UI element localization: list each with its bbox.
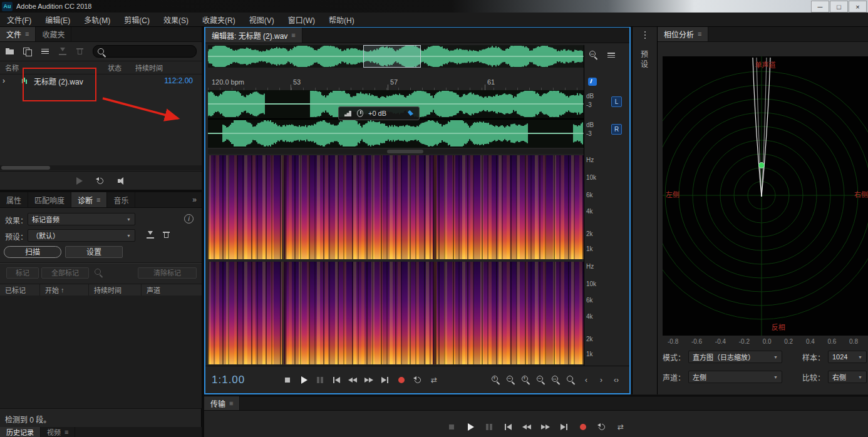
samples-select[interactable]: 1024 ▼	[828, 351, 867, 363]
tab-files[interactable]: 文件 ≡	[0, 26, 36, 41]
metronome-icon[interactable]	[588, 78, 597, 86]
save-preset-icon[interactable]	[145, 230, 155, 240]
column-name[interactable]: 名称	[0, 63, 108, 73]
menu-multitrack[interactable]: 多轨(M)	[77, 14, 117, 25]
search-markers-icon[interactable]	[94, 268, 104, 278]
column-status[interactable]: 状态	[108, 63, 135, 73]
files-scrollbar[interactable]	[0, 165, 202, 170]
export-icon[interactable]	[58, 46, 68, 56]
file-row[interactable]: › 无标题 (2).wav 112:2.00	[0, 75, 202, 87]
zoom-in-button[interactable]: +	[489, 373, 503, 387]
loop-button[interactable]	[595, 420, 609, 434]
panel-menu-icon[interactable]: ≡	[25, 30, 29, 38]
zoom-selection-button[interactable]: ↔	[549, 373, 563, 387]
column-duration[interactable]: 持续时间	[135, 63, 202, 73]
menu-window[interactable]: 窗口(W)	[281, 14, 322, 25]
spectrogram-left[interactable]	[208, 155, 584, 259]
zoom-sel-right-button[interactable]: ›	[594, 373, 608, 387]
fast-forward-button[interactable]	[362, 373, 376, 387]
timeline-ruler[interactable]: 120.0 bpm 53 57 61	[208, 76, 584, 91]
skip-to-start-button[interactable]	[329, 373, 343, 387]
zoom-out-time-button[interactable]: −	[534, 373, 548, 387]
tab-overflow-icon[interactable]: »	[187, 192, 202, 207]
effect-select[interactable]: 标记音频 ▼	[28, 213, 135, 225]
zoom-sel-edges-button[interactable]: ‹›	[609, 373, 623, 387]
gain-hud[interactable]: +0 dB	[338, 106, 420, 120]
phase-display[interactable]: 单声道 左侧 右侧 反相	[663, 56, 868, 336]
tab-transport[interactable]: 传输 ≡	[204, 396, 240, 410]
pin-icon[interactable]	[406, 108, 415, 118]
maximize-button[interactable]: □	[830, 1, 848, 13]
media-browser-icon[interactable]	[40, 46, 50, 56]
menu-effects[interactable]: 效果(S)	[157, 14, 195, 25]
pause-button[interactable]	[482, 420, 496, 434]
settings-button[interactable]: 设置	[65, 246, 123, 258]
tempo-readout[interactable]: 120.0 bpm	[212, 78, 244, 86]
right-channel-button[interactable]: R	[611, 124, 622, 135]
fast-forward-button[interactable]	[539, 420, 552, 434]
column-channel[interactable]: 声道	[142, 284, 202, 296]
skip-selection-button[interactable]: ⇄	[427, 373, 441, 387]
close-button[interactable]: ×	[849, 1, 867, 13]
open-file-icon[interactable]	[5, 46, 15, 56]
loop-preview-icon[interactable]	[95, 176, 105, 186]
preview-play-icon[interactable]	[74, 176, 84, 186]
compare-select[interactable]: 右侧 ▼	[828, 371, 867, 383]
record-button[interactable]	[395, 373, 408, 387]
stop-button[interactable]	[281, 373, 294, 387]
preset-select[interactable]: （默认） ▼	[28, 229, 135, 242]
tab-editor[interactable]: 编辑器: 无标题 (2).wav ≡	[205, 28, 302, 43]
rewind-button[interactable]	[346, 373, 359, 387]
minimize-button[interactable]: ─	[811, 1, 829, 13]
waveform-scrollbar[interactable]	[208, 149, 584, 154]
left-channel-button[interactable]: L	[611, 96, 622, 107]
auto-play-speaker-icon[interactable]	[116, 176, 127, 186]
tab-phase-analysis[interactable]: 相位分析 ≡	[658, 26, 708, 41]
spectrogram-right[interactable]	[208, 262, 584, 364]
zoom-in-time-button[interactable]: +	[519, 373, 533, 387]
panel-menu-icon[interactable]: ≡	[291, 31, 295, 39]
column-duration[interactable]: 持续时间	[89, 284, 142, 296]
overflow-dots-icon[interactable]	[640, 30, 650, 40]
menu-clip[interactable]: 剪辑(C)	[117, 14, 157, 25]
column-marked[interactable]: 已标记	[0, 284, 40, 296]
mode-select[interactable]: 直方图（日志缩放） ▼	[688, 351, 782, 363]
tab-history[interactable]: 历史记录	[0, 427, 41, 437]
pause-button[interactable]	[313, 373, 327, 387]
zoom-sel-left-button[interactable]: ‹	[579, 373, 593, 387]
menu-favorites[interactable]: 收藏夹(R)	[195, 14, 242, 25]
menu-view[interactable]: 视图(V)	[242, 14, 281, 25]
overview-display-icon[interactable]	[606, 50, 616, 60]
collapsed-presets-tab[interactable]: 预设	[641, 50, 649, 70]
channel-select[interactable]: 左侧 ▼	[688, 371, 782, 383]
play-button[interactable]	[463, 420, 477, 434]
record-button[interactable]	[576, 420, 590, 434]
menu-file[interactable]: 文件(F)	[0, 14, 38, 25]
skip-selection-button[interactable]: ⇄	[614, 420, 628, 434]
panel-menu-icon[interactable]: ≡	[96, 196, 100, 203]
scrollbar-thumb[interactable]	[1, 166, 50, 170]
menu-edit[interactable]: 编辑(E)	[38, 14, 77, 25]
tab-favorites[interactable]: 收藏夹	[36, 26, 71, 41]
tab-match-loudness[interactable]: 匹配响度	[28, 192, 71, 207]
tab-music[interactable]: 音乐	[107, 192, 135, 207]
stop-button[interactable]	[445, 420, 458, 434]
info-icon[interactable]: i	[184, 214, 194, 224]
loop-button[interactable]	[411, 373, 425, 387]
markers-empty-list[interactable]	[0, 296, 202, 408]
time-display[interactable]: 1:1.00	[212, 374, 281, 386]
mark-button[interactable]: 标记	[6, 267, 39, 279]
zoom-out-button[interactable]: −	[504, 373, 518, 387]
zoom-full-button[interactable]	[564, 373, 578, 387]
panel-menu-icon[interactable]: ≡	[65, 428, 68, 436]
skip-to-end-button[interactable]	[378, 373, 392, 387]
expand-chevron-icon[interactable]: ›	[3, 76, 11, 85]
files-search-input[interactable]	[93, 45, 197, 58]
import-file-icon[interactable]	[23, 46, 33, 56]
clear-marks-button[interactable]: 清除标记	[138, 267, 197, 279]
column-start[interactable]: 开始 ↑	[40, 284, 89, 296]
delete-preset-icon[interactable]	[162, 230, 172, 240]
hud-gain-value[interactable]: +0 dB	[368, 110, 386, 117]
play-button[interactable]	[297, 373, 311, 387]
scan-button[interactable]: 扫描	[4, 246, 61, 258]
